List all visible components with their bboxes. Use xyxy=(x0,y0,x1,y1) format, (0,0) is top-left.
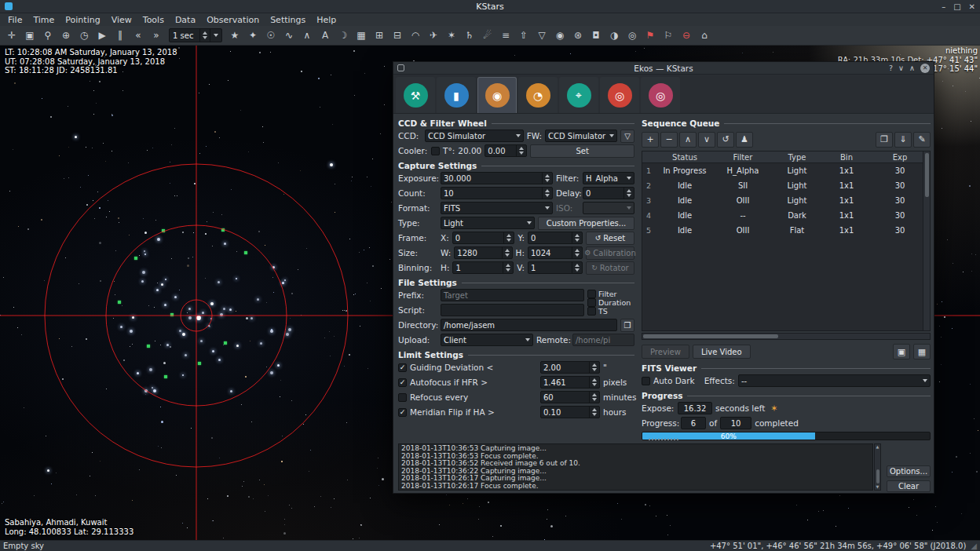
move-job-up-button[interactable]: ∧ xyxy=(679,132,697,148)
sequence-job-row[interactable]: 1In ProgressH_AlphaLight1x130 xyxy=(642,163,930,178)
down-arrow-icon[interactable] xyxy=(592,413,597,416)
menu-tools[interactable]: Tools xyxy=(137,13,170,26)
ekos-shade-button[interactable]: ∨ xyxy=(898,64,904,72)
count-spinbox[interactable]: 10 xyxy=(441,187,553,199)
limit-spinbox-2[interactable]: 60 xyxy=(540,391,600,403)
hips-overlay-icon[interactable]: ⊛ xyxy=(569,27,587,44)
calibration-button[interactable]: ⚙Calibration xyxy=(586,246,634,260)
menu-settings[interactable]: Settings xyxy=(265,13,311,26)
up-arrow-icon[interactable] xyxy=(575,234,580,237)
move-job-down-button[interactable]: ∨ xyxy=(698,132,715,148)
down-arrow-icon[interactable] xyxy=(592,383,597,386)
up-arrow-icon[interactable] xyxy=(545,189,550,192)
scroll-up-icon[interactable]: ▲ xyxy=(875,444,880,450)
up-arrow-icon[interactable] xyxy=(519,147,524,150)
menu-data[interactable]: Data xyxy=(170,13,201,26)
up-arrow-icon[interactable] xyxy=(627,189,631,192)
ekos-titlebar[interactable]: Ekos — KStars ? ∨ ∧ ✕ xyxy=(393,62,934,75)
temperature-spinbox[interactable]: 0.00 xyxy=(485,144,527,157)
delay-spinbox[interactable]: 0 xyxy=(583,187,634,199)
spin-buttons[interactable] xyxy=(589,377,597,388)
open-sequence-button[interactable]: ❐ xyxy=(876,132,893,148)
ekos-help-button[interactable]: ? xyxy=(889,64,893,72)
satellites-toggle-icon[interactable]: ✈ xyxy=(425,27,442,44)
milky-way-toggle-icon[interactable]: ∿ xyxy=(280,27,298,44)
color-scheme-icon[interactable]: ◑ xyxy=(605,27,623,44)
live-video-button[interactable]: Live Video xyxy=(693,345,751,359)
solar-system-toggle-icon[interactable]: ☉ xyxy=(262,27,280,44)
save-sequence-button[interactable]: ⇓ xyxy=(894,132,912,148)
down-arrow-icon[interactable] xyxy=(575,268,580,272)
sequence-vscrollbar[interactable] xyxy=(923,151,930,330)
effects-select[interactable]: -- xyxy=(738,374,931,387)
spin-buttons[interactable] xyxy=(516,145,524,156)
filter-wheel-select[interactable]: CCD Simulator xyxy=(545,130,617,142)
tab-scheduler[interactable]: ▮ xyxy=(437,77,476,113)
filter-types-icon[interactable]: ▽ xyxy=(533,27,550,44)
limit-spinbox-1[interactable]: 1.461 xyxy=(540,376,600,389)
frame-x-spinbox[interactable]: 0 xyxy=(452,232,515,244)
down-arrow-icon[interactable] xyxy=(506,239,511,242)
spin-buttons[interactable] xyxy=(623,188,631,199)
up-arrow-icon[interactable] xyxy=(592,408,597,411)
spin-buttons[interactable] xyxy=(572,262,580,273)
spin-buttons[interactable] xyxy=(502,247,510,258)
filter-suffix-checkbox[interactable] xyxy=(587,290,596,298)
tab-guide[interactable]: ◎ xyxy=(641,77,680,113)
save-sequence-as-button[interactable]: ✎ xyxy=(913,132,931,148)
limit-checkbox-3[interactable] xyxy=(398,408,407,417)
up-arrow-icon[interactable] xyxy=(545,174,550,177)
play-clock-icon[interactable]: ▶ xyxy=(93,27,111,44)
video-record-button[interactable]: ▦ xyxy=(913,344,931,359)
scrollbar-thumb[interactable] xyxy=(925,153,929,197)
limit-checkbox-0[interactable] xyxy=(398,363,407,372)
down-arrow-icon[interactable] xyxy=(203,36,207,39)
set-temperature-button[interactable]: Set xyxy=(530,144,634,158)
lock-position-icon[interactable]: ◘ xyxy=(587,27,605,44)
remove-job-button[interactable]: − xyxy=(660,132,678,148)
fullscreen-button[interactable]: ▣ xyxy=(893,344,910,359)
observation-list-icon[interactable]: ≡ xyxy=(497,27,514,44)
timestep-spin-buttons[interactable] xyxy=(199,29,210,42)
sequence-job-row[interactable]: 2IdleSIILight1x130 xyxy=(642,178,930,193)
deep-sky-toggle-icon[interactable]: ✦ xyxy=(244,27,261,44)
resize-grip-icon[interactable]: ◢ xyxy=(971,542,977,550)
minimize-button[interactable]: – xyxy=(942,2,945,11)
spin-buttons[interactable] xyxy=(589,392,597,403)
observatory-icon[interactable]: ⌂ xyxy=(696,27,713,44)
down-arrow-icon[interactable] xyxy=(627,194,631,197)
set-location-icon[interactable]: ⊕ xyxy=(57,27,75,44)
sequence-job-row[interactable]: 3IdleOIIILight1x130 xyxy=(642,193,930,208)
menu-file[interactable]: File xyxy=(2,13,27,26)
log-view[interactable]: 2018-01-13T10:36:53 Capturing image...20… xyxy=(398,443,873,491)
tab-focus[interactable]: ◔ xyxy=(518,77,558,113)
observer-button[interactable]: ♟ xyxy=(736,132,753,148)
menu-observation[interactable]: Observation xyxy=(201,13,265,26)
log-scrollbar[interactable]: ▲ ▼ xyxy=(874,443,881,491)
duration-suffix-checkbox[interactable] xyxy=(587,298,596,307)
spin-buttons[interactable] xyxy=(589,362,597,373)
rotator-button[interactable]: ↻Rotator xyxy=(586,261,634,275)
upload-mode-select[interactable]: Client xyxy=(441,334,533,346)
splitter-handle[interactable] xyxy=(393,436,934,442)
constellation-art-icon[interactable]: ☽ xyxy=(335,27,352,44)
limit-checkbox-1[interactable] xyxy=(398,378,407,387)
limit-spinbox-3[interactable]: 0.10 xyxy=(540,406,600,418)
step-backward-icon[interactable]: « xyxy=(130,27,147,44)
step-forward-icon[interactable]: » xyxy=(148,27,165,44)
options-button[interactable]: Options... xyxy=(887,465,931,477)
filter-select[interactable]: H_Alpha xyxy=(583,172,634,184)
auto-dark-checkbox[interactable] xyxy=(642,377,650,385)
up-arrow-icon[interactable] xyxy=(575,249,580,252)
bin-h-spinbox[interactable]: 1 xyxy=(452,261,514,274)
frame-y-spinbox[interactable]: 0 xyxy=(528,232,583,244)
spin-buttons[interactable] xyxy=(572,247,580,258)
limit-checkbox-2[interactable] xyxy=(398,393,407,402)
height-spinbox[interactable]: 1024 xyxy=(528,246,583,259)
ekos-close-button[interactable]: ✕ xyxy=(920,64,930,73)
spin-buttons[interactable] xyxy=(503,232,511,243)
pointing-tool-icon[interactable]: ✛ xyxy=(3,27,20,44)
format-select[interactable]: FITS xyxy=(441,202,553,214)
comets-toggle-icon[interactable]: ☄ xyxy=(479,27,496,44)
menu-view[interactable]: View xyxy=(106,13,137,26)
